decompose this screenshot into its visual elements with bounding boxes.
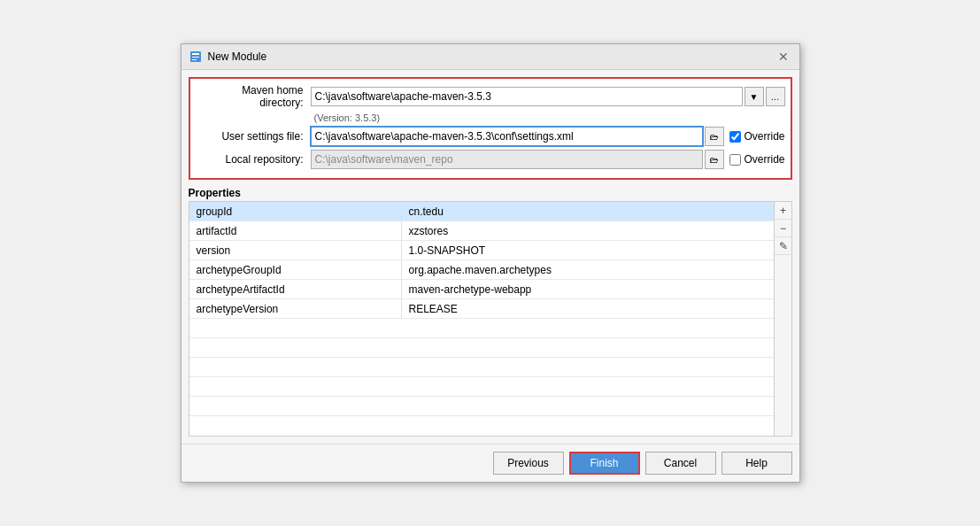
properties-actions: + − ✎	[775, 201, 792, 437]
svg-rect-1	[192, 53, 199, 55]
folder-icon: 🗁	[710, 155, 719, 165]
table-row[interactable]: archetypeGroupId org.apache.maven.archet…	[189, 260, 774, 280]
maven-settings-input-group: 🗁 Override	[311, 127, 785, 146]
add-property-button[interactable]: +	[775, 202, 792, 220]
properties-section-label: Properties	[189, 187, 792, 199]
svg-rect-3	[192, 59, 197, 60]
maven-repo-browse-button[interactable]: 🗁	[705, 150, 724, 169]
footer: Previous Finish Cancel Help	[181, 444, 799, 482]
maven-home-dropdown-button[interactable]: ▼	[745, 87, 764, 106]
empty-row	[189, 416, 774, 436]
title-bar: New Module ✕	[181, 44, 799, 70]
dialog-title: New Module	[208, 50, 775, 63]
empty-row	[189, 397, 774, 416]
ellipsis-icon: …	[771, 92, 780, 102]
maven-repo-override-label: Override	[729, 153, 784, 166]
edit-property-button[interactable]: ✎	[775, 237, 792, 255]
maven-home-input[interactable]	[311, 87, 743, 106]
empty-row	[189, 319, 774, 338]
maven-repo-input-group: 🗁 Override	[311, 150, 785, 169]
close-button[interactable]: ✕	[775, 48, 792, 66]
maven-repo-row: Local repository: 🗁 Override	[196, 150, 785, 169]
remove-property-button[interactable]: −	[775, 220, 792, 237]
prop-key: version	[189, 241, 402, 259]
prop-value: org.apache.maven.archetypes	[402, 260, 774, 279]
prop-key: artifactId	[189, 221, 402, 240]
maven-home-browse-button[interactable]: …	[766, 87, 785, 106]
folder-icon: 🗁	[710, 132, 719, 142]
maven-home-label: Maven home directory:	[196, 84, 311, 109]
help-button[interactable]: Help	[721, 452, 792, 475]
maven-settings-override-text: Override	[744, 130, 784, 143]
maven-settings-override-checkbox[interactable]	[729, 131, 741, 143]
maven-settings-row: User settings file: 🗁 Override	[196, 127, 785, 146]
maven-settings-label: User settings file:	[196, 130, 311, 143]
table-row[interactable]: version 1.0-SNAPSHOT	[189, 241, 774, 260]
maven-repo-override-text: Override	[744, 153, 784, 166]
maven-settings-browse-button[interactable]: 🗁	[705, 127, 724, 146]
empty-row	[189, 358, 774, 377]
prop-value: 1.0-SNAPSHOT	[402, 241, 774, 259]
svg-rect-2	[192, 57, 199, 58]
maven-repo-label: Local repository:	[196, 153, 311, 166]
table-row[interactable]: groupId cn.tedu	[189, 202, 774, 221]
maven-version-text: (Version: 3.5.3)	[196, 112, 785, 123]
prop-key: groupId	[189, 202, 402, 220]
cancel-button[interactable]: Cancel	[645, 452, 716, 475]
prop-value: xzstores	[402, 221, 774, 240]
prop-value: maven-archetype-webapp	[402, 280, 774, 298]
prop-key: archetypeVersion	[189, 299, 402, 318]
maven-home-input-group: ▼ …	[311, 87, 785, 106]
prop-value: cn.tedu	[402, 202, 774, 220]
finish-button[interactable]: Finish	[569, 452, 640, 475]
dialog-icon	[189, 50, 203, 64]
maven-repo-input	[311, 150, 704, 169]
maven-settings-input[interactable]	[311, 127, 704, 146]
maven-settings-override-label: Override	[729, 130, 784, 143]
new-module-dialog: New Module ✕ Maven home directory: ▼ … (…	[181, 43, 800, 483]
prop-value: RELEASE	[402, 299, 774, 318]
properties-table: groupId cn.tedu artifactId xzstores vers…	[189, 201, 775, 437]
table-row[interactable]: artifactId xzstores	[189, 221, 774, 241]
prop-key: archetypeArtifactId	[189, 280, 402, 298]
maven-section: Maven home directory: ▼ … (Version: 3.5.…	[189, 77, 792, 180]
properties-container: groupId cn.tedu artifactId xzstores vers…	[189, 201, 792, 437]
maven-home-row: Maven home directory: ▼ …	[196, 84, 785, 109]
prop-key: archetypeGroupId	[189, 260, 402, 279]
table-row[interactable]: archetypeVersion RELEASE	[189, 299, 774, 319]
empty-row	[189, 338, 774, 358]
properties-section: Properties groupId cn.tedu artifactId xz…	[189, 187, 792, 437]
chevron-down-icon: ▼	[750, 92, 759, 102]
maven-repo-override-checkbox[interactable]	[729, 154, 741, 166]
empty-row	[189, 377, 774, 397]
previous-button[interactable]: Previous	[493, 452, 564, 475]
table-row[interactable]: archetypeArtifactId maven-archetype-weba…	[189, 280, 774, 299]
